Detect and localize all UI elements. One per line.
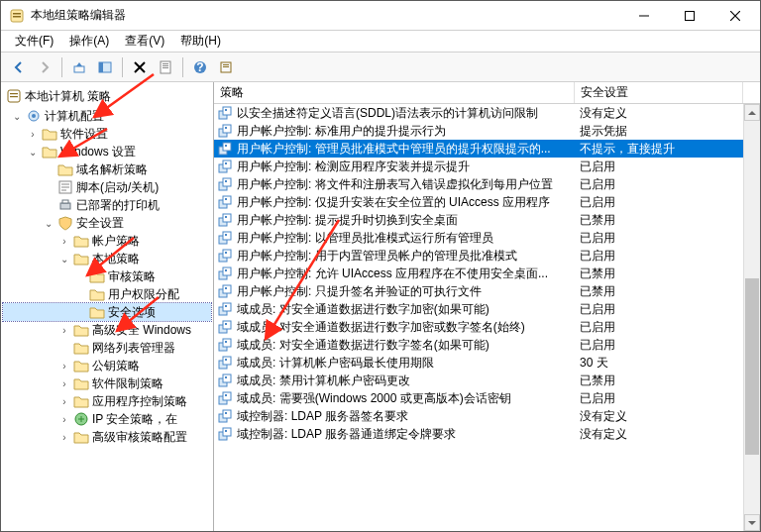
- toolbar-properties-button[interactable]: [154, 55, 177, 79]
- tree-item[interactable]: ⌄本地策略: [3, 250, 211, 267]
- tree-item-label: 高级审核策略配置: [92, 429, 187, 446]
- toolbar-up-button[interactable]: [67, 55, 91, 79]
- close-button[interactable]: [712, 1, 758, 31]
- policy-name: 用户帐户控制: 管理员批准模式中管理员的提升权限提示的...: [237, 141, 574, 158]
- policy-row[interactable]: 用户帐户控制: 检测应用程序安装并提示提升已启用: [214, 158, 743, 175]
- svg-rect-79: [225, 412, 227, 414]
- policy-icon: [217, 212, 233, 228]
- tree-expand-icon[interactable]: ›: [58, 396, 70, 407]
- toolbar-back-button[interactable]: [7, 55, 31, 79]
- scroll-thumb[interactable]: [745, 278, 759, 456]
- policy-row[interactable]: 用户帐户控制: 用于内置管理员帐户的管理员批准模式已启用: [214, 247, 743, 265]
- policy-security-setting: 不提示，直接提升: [574, 141, 742, 158]
- policy-icon: [217, 283, 233, 299]
- scroll-down-button[interactable]: [744, 514, 760, 531]
- tree-item-label: 安全设置: [76, 215, 124, 232]
- scroll-track[interactable]: [744, 121, 760, 514]
- tree-pane[interactable]: 本地计算机 策略 ⌄计算机配置›软件设置⌄Windows 设置域名解析策略脚本(…: [1, 82, 214, 531]
- tree-expand-icon[interactable]: ⌄: [43, 218, 54, 229]
- vertical-scrollbar[interactable]: [743, 104, 760, 531]
- tree-item[interactable]: ›IP 安全策略，在: [3, 410, 211, 428]
- svg-rect-2: [13, 16, 21, 18]
- tree-item[interactable]: ›高级安全 Windows: [3, 321, 211, 339]
- tree-expand-icon[interactable]: ›: [58, 414, 70, 425]
- tree-item[interactable]: 用户权限分配: [3, 285, 211, 303]
- svg-rect-28: [225, 109, 227, 111]
- policy-row[interactable]: 用户帐户控制: 管理员批准模式中管理员的提升权限提示的...不提示，直接提升: [214, 140, 743, 158]
- menu-help[interactable]: 帮助(H): [172, 31, 229, 52]
- policy-row[interactable]: 用户帐户控制: 提示提升时切换到安全桌面已禁用: [214, 211, 743, 229]
- tree-expand-icon[interactable]: ›: [58, 236, 70, 247]
- tree-expand-icon[interactable]: ›: [58, 378, 70, 389]
- tree-item[interactable]: ›高级审核策略配置: [3, 428, 211, 446]
- policy-row[interactable]: 域成员: 对安全通道数据进行数字加密或数字签名(始终)已启用: [214, 318, 743, 336]
- tree-item[interactable]: 审核策略: [3, 267, 211, 285]
- tree-item[interactable]: 网络列表管理器: [3, 339, 211, 357]
- list-pane: 策略 安全设置 以安全描述符定义语言(SDDL)语法表示的计算机访问限制没有定义…: [214, 82, 760, 531]
- policy-row[interactable]: 用户帐户控制: 标准用户的提升提示行为提示凭据: [214, 122, 743, 140]
- folder-icon: [73, 393, 89, 409]
- app-window: 本地组策略编辑器 文件(F) 操作(A) 查看(V) 帮助(H) ?: [0, 0, 761, 532]
- policy-security-setting: 已启用: [574, 176, 742, 193]
- tree-item[interactable]: ›软件设置: [3, 125, 211, 143]
- column-policy[interactable]: 策略: [214, 82, 575, 103]
- tree-item-label: 帐户策略: [92, 233, 140, 250]
- policy-icon: [217, 194, 233, 210]
- toolbar-forward-button[interactable]: [33, 55, 56, 79]
- toolbar-delete-button[interactable]: [128, 55, 152, 79]
- scroll-up-button[interactable]: [744, 104, 760, 121]
- policy-name: 用户帐户控制: 标准用户的提升提示行为: [237, 123, 574, 140]
- tree-expand-icon[interactable]: ›: [58, 325, 70, 336]
- policy-row[interactable]: 域成员: 对安全通道数据进行数字签名(如果可能)已启用: [214, 336, 743, 354]
- policy-icon: [217, 230, 233, 246]
- tree-item[interactable]: ›应用程序控制策略: [3, 392, 211, 410]
- policy-security-setting: 已启用: [574, 230, 742, 247]
- list-body[interactable]: 以安全描述符定义语言(SDDL)语法表示的计算机访问限制没有定义用户帐户控制: …: [214, 104, 743, 531]
- policy-icon: [217, 355, 233, 371]
- tree-item[interactable]: 已部署的打印机: [3, 196, 211, 214]
- tree-item[interactable]: 脚本(启动/关机): [3, 178, 211, 196]
- maximize-button[interactable]: [667, 1, 712, 31]
- tree-expand-icon[interactable]: ⌄: [58, 254, 70, 265]
- policy-security-setting: 30 天: [574, 355, 742, 372]
- toolbar-help-button[interactable]: ?: [188, 55, 212, 79]
- policy-row[interactable]: 用户帐户控制: 允许 UIAccess 应用程序在不使用安全桌面...已禁用: [214, 265, 743, 282]
- minimize-button[interactable]: [621, 1, 667, 31]
- tree-item[interactable]: ›软件限制策略: [3, 374, 211, 392]
- policy-row[interactable]: 用户帐户控制: 将文件和注册表写入错误虚拟化到每用户位置已启用: [214, 175, 743, 193]
- tree-expand-icon[interactable]: ›: [58, 361, 70, 372]
- tree-root-label[interactable]: 本地计算机 策略: [25, 88, 111, 105]
- policy-row[interactable]: 域成员: 计算机帐户密码最长使用期限30 天: [214, 354, 743, 372]
- policy-name: 用户帐户控制: 将文件和注册表写入错误虚拟化到每用户位置: [237, 176, 574, 193]
- policy-row[interactable]: 用户帐户控制: 只提升签名并验证的可执行文件已禁用: [214, 282, 743, 300]
- tree-item[interactable]: ⌄安全设置: [3, 214, 211, 232]
- tree-expand-icon[interactable]: ⌄: [11, 111, 23, 122]
- svg-rect-76: [225, 394, 227, 396]
- menu-action[interactable]: 操作(A): [61, 31, 117, 52]
- toolbar-showhide-button[interactable]: [93, 55, 117, 79]
- menu-view[interactable]: 查看(V): [117, 31, 172, 52]
- tree-item[interactable]: ›公钥策略: [3, 357, 211, 374]
- tree-expand-icon[interactable]: ›: [27, 129, 39, 140]
- tree-item[interactable]: 安全选项: [3, 303, 211, 321]
- tree-expand-icon[interactable]: ›: [58, 432, 70, 443]
- tree-item[interactable]: 域名解析策略: [3, 160, 211, 178]
- tree-expand-icon[interactable]: ⌄: [27, 147, 39, 158]
- tree-item[interactable]: ⌄Windows 设置: [3, 143, 211, 160]
- policy-row[interactable]: 域控制器: LDAP 服务器签名要求没有定义: [214, 407, 743, 425]
- tree-item-label: 软件限制策略: [92, 375, 163, 392]
- policy-row[interactable]: 域成员: 禁用计算机帐户密码更改已禁用: [214, 372, 743, 389]
- policy-row[interactable]: 域控制器: LDAP 服务器通道绑定令牌要求没有定义: [214, 425, 743, 443]
- tree-item[interactable]: ›帐户策略: [3, 232, 211, 250]
- policy-row[interactable]: 用户帐户控制: 仅提升安装在安全位置的 UIAccess 应用程序已启用: [214, 193, 743, 211]
- policy-row[interactable]: 域成员: 对安全通道数据进行数字加密(如果可能)已启用: [214, 300, 743, 318]
- folder-icon: [89, 304, 105, 320]
- tree-item[interactable]: ⌄计算机配置: [3, 107, 211, 125]
- toolbar-refresh-button[interactable]: [214, 55, 238, 79]
- policy-row[interactable]: 域成员: 需要强(Windows 2000 或更高版本)会话密钥已启用: [214, 389, 743, 407]
- menu-file[interactable]: 文件(F): [7, 31, 61, 52]
- column-security[interactable]: 安全设置: [575, 82, 743, 103]
- policy-row[interactable]: 用户帐户控制: 以管理员批准模式运行所有管理员已启用: [214, 229, 743, 247]
- policy-row[interactable]: 以安全描述符定义语言(SDDL)语法表示的计算机访问限制没有定义: [214, 104, 743, 122]
- policy-security-setting: 没有定义: [574, 408, 742, 425]
